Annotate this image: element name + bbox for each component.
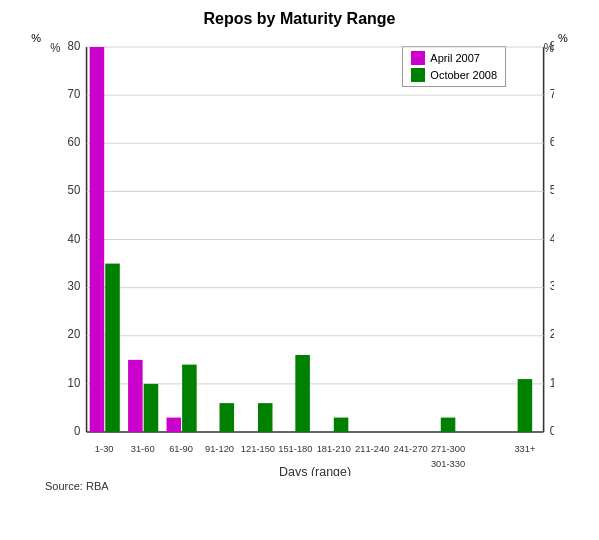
- bar-april-1: [128, 360, 143, 432]
- svg-text:50: 50: [68, 183, 81, 196]
- bar-october-2: [182, 365, 197, 432]
- chart-svg: 0 0 10 10 20 20 30 30 40: [45, 36, 554, 476]
- chart-title: Repos by Maturity Range: [10, 10, 589, 28]
- svg-text:121-150: 121-150: [241, 443, 275, 454]
- y-axis-left-label: %: [31, 32, 41, 44]
- svg-text:%: %: [50, 41, 61, 54]
- svg-text:241-270: 241-270: [394, 443, 428, 454]
- bar-october-6: [334, 418, 349, 432]
- svg-text:80: 80: [68, 39, 81, 52]
- chart-container: Repos by Maturity Range % April 2007 Oct…: [0, 0, 599, 540]
- chart-area: % April 2007 October 2008: [10, 36, 589, 476]
- svg-text:331+: 331+: [514, 443, 535, 454]
- svg-text:70: 70: [68, 86, 81, 99]
- svg-text:31-60: 31-60: [131, 443, 155, 454]
- bar-october-5: [295, 355, 310, 432]
- svg-text:40: 40: [68, 231, 81, 244]
- bar-october-11: [518, 379, 533, 432]
- y-axis-left: %: [10, 36, 45, 476]
- svg-text:61-90: 61-90: [169, 443, 193, 454]
- svg-text:1-30: 1-30: [95, 443, 114, 454]
- svg-text:0: 0: [74, 424, 81, 437]
- source-text: Source: RBA: [10, 480, 589, 492]
- svg-text:10: 10: [68, 376, 81, 389]
- svg-text:181-210: 181-210: [317, 443, 351, 454]
- svg-text:271-300: 271-300: [431, 443, 465, 454]
- y-axis-right-label: %: [558, 32, 568, 44]
- bar-october-4: [258, 403, 273, 432]
- bar-april-0: [90, 47, 105, 432]
- y-axis-right: %: [554, 36, 589, 476]
- bar-october-0: [105, 264, 120, 432]
- svg-text:%: %: [544, 41, 554, 54]
- bar-october-10: [441, 418, 456, 432]
- svg-text:301-330: 301-330: [431, 458, 465, 469]
- svg-text:30: 30: [68, 279, 81, 292]
- svg-text:60: 60: [68, 135, 81, 148]
- svg-text:Days (range): Days (range): [279, 464, 351, 476]
- bar-october-1: [144, 384, 159, 432]
- svg-text:20: 20: [68, 327, 81, 340]
- bar-october-3: [220, 403, 235, 432]
- svg-text:151-180: 151-180: [278, 443, 312, 454]
- bar-april-2: [167, 418, 182, 432]
- svg-text:91-120: 91-120: [205, 443, 234, 454]
- svg-text:211-240: 211-240: [355, 443, 389, 454]
